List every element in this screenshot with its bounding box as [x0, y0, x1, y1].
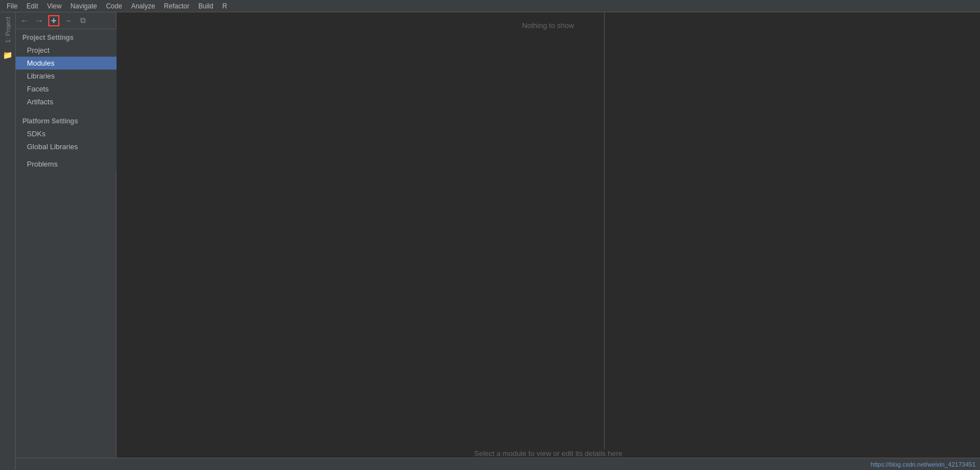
copy-button[interactable]: ⧉ — [77, 15, 89, 26]
nav-project[interactable]: Project — [16, 44, 117, 57]
menu-code[interactable]: Code — [101, 1, 127, 11]
nav-problems[interactable]: Problems — [16, 158, 117, 171]
nav-global-libraries[interactable]: Global Libraries — [16, 140, 117, 153]
remove-button[interactable]: − — [63, 15, 74, 26]
module-detail-area: Select a module to view or edit its deta… — [474, 449, 622, 458]
nav-sdks[interactable]: SDKs — [16, 127, 117, 140]
menu-run[interactable]: R — [218, 1, 232, 11]
dialog-overlay: Search Everywhere Project View Alt+ Go t… — [16, 12, 980, 458]
nothing-to-show-label: Nothing to show — [522, 21, 574, 30]
menu-bar: File Edit View Navigate Code Analyze Ref… — [0, 0, 980, 12]
menu-view[interactable]: View — [43, 1, 66, 11]
settings-popup: ← → + − ⧉ Project Settings Project Modul… — [16, 12, 117, 458]
right-detail-panel: Nothing to show Select a module to view … — [117, 12, 980, 458]
status-bar: https://blog.csdn.net/weixin_42173451 — [0, 458, 980, 470]
module-list-area: Nothing to show — [493, 12, 605, 449]
nav-artifacts[interactable]: Artifacts — [16, 95, 117, 108]
back-button[interactable]: ← — [19, 15, 30, 26]
menu-build[interactable]: Build — [194, 1, 218, 11]
nav-facets[interactable]: Facets — [16, 82, 117, 95]
project-settings-header: Project Settings — [16, 29, 117, 44]
menu-edit[interactable]: Edit — [22, 1, 43, 11]
add-button[interactable]: + — [48, 15, 59, 26]
folder-icon[interactable]: 📁 — [0, 47, 16, 63]
status-url: https://blog.csdn.net/weixin_42173451 — [871, 461, 976, 468]
menu-analyze[interactable]: Analyze — [127, 1, 160, 11]
menu-refactor[interactable]: Refactor — [160, 1, 194, 11]
settings-nav: Project Settings Project Modules Librari… — [16, 29, 117, 171]
menu-navigate[interactable]: Navigate — [66, 1, 101, 11]
left-sidebar: 1: Project 📁 — [0, 12, 16, 470]
nav-libraries[interactable]: Libraries — [16, 70, 117, 82]
popup-toolbar: ← → + − ⧉ — [16, 12, 116, 29]
nav-modules[interactable]: Modules — [16, 57, 117, 70]
menu-file[interactable]: File — [2, 1, 22, 11]
platform-settings-header: Platform Settings — [16, 113, 117, 127]
project-tab[interactable]: 1: Project — [3, 12, 12, 47]
forward-button[interactable]: → — [34, 15, 45, 26]
select-module-msg: Select a module to view or edit its deta… — [474, 449, 622, 458]
